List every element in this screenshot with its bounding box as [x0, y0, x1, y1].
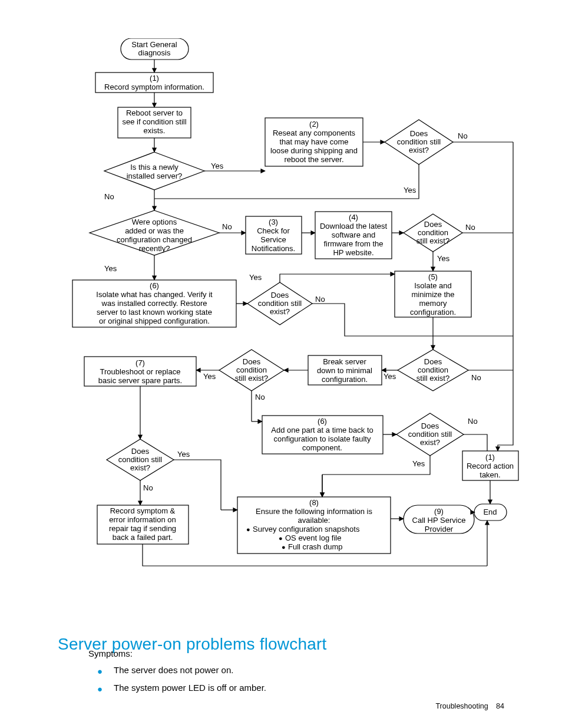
node-2-l1: Reseat any components: [273, 129, 356, 137]
node-condc-l3: exist?: [270, 307, 290, 316]
node-2-l2: that may have come: [279, 137, 348, 146]
node-4-l3: firmware from the: [323, 239, 383, 248]
node-6-num: (6): [150, 281, 159, 290]
node-3-num: (3): [269, 218, 278, 226]
node-8-l1: Ensure the following information is: [256, 507, 372, 516]
label-yes-f: Yes: [412, 459, 425, 468]
node-condg-l3: exist?: [130, 463, 150, 472]
node-condd-l1: Does: [243, 357, 261, 366]
node-2-l3: loose during shipping and: [270, 146, 358, 155]
node-1-text: Record symptom information.: [104, 83, 204, 91]
node-5-num: (5): [428, 272, 438, 281]
node-options-l4: recently?: [139, 244, 170, 253]
node-recordtag-l3: repair tag if sending: [109, 524, 176, 533]
page-footer: Troubleshooting 84: [435, 702, 504, 710]
node-5-l1: Isolate and: [414, 281, 452, 290]
node-condf-l2: condition still: [408, 430, 452, 439]
node-6b-l2: configuration to isolate faulty: [274, 434, 371, 443]
node-3-l2: Service: [260, 235, 286, 244]
node-conda-l3: exist?: [409, 146, 429, 154]
label-yes-options: Yes: [104, 264, 117, 273]
node-end: End: [483, 508, 497, 516]
node-break-l2: down to minimal: [317, 366, 372, 375]
node-break-l1: Break server: [323, 357, 366, 366]
node-6-l3: server to last known working state: [97, 308, 212, 317]
node-7-l2: basic server spare parts.: [98, 376, 182, 385]
footer-page-number: 84: [496, 702, 504, 710]
node-6-l2: was installed correctly. Restore: [101, 299, 207, 308]
bullet-icon: ●: [97, 666, 114, 676]
node-options-l1: Were options: [132, 218, 177, 226]
label-no-e: No: [471, 373, 481, 382]
node-2-l4: reboot the server.: [284, 155, 343, 164]
node-newly-l1: Is this a newly: [130, 163, 178, 172]
node-condb-l1: Does: [424, 220, 442, 229]
bullet-text: The server does not power on.: [114, 665, 233, 675]
label-yes-g: Yes: [177, 450, 190, 459]
node-8-l2: available:: [298, 516, 330, 525]
symptoms-label: Symptoms:: [88, 648, 133, 658]
label-yes-1: Yes: [211, 162, 224, 170]
node-1b-num: (1): [485, 453, 495, 462]
node-condc-l2: condition still: [258, 299, 302, 308]
node-4-l1: Download the latest: [320, 222, 388, 230]
node-condg-l2: condition still: [118, 455, 163, 464]
label-yes-a: Yes: [404, 186, 416, 195]
node-1b-l2: taken.: [480, 470, 500, 479]
node-6b-num: (6): [318, 417, 327, 426]
node-9-num: (9): [434, 507, 444, 516]
node-7-num: (7): [135, 358, 145, 367]
node-start-l1: Start General: [131, 40, 177, 49]
node-6-l4: or original shipped configuration.: [99, 317, 210, 325]
label-no-c: No: [315, 295, 325, 304]
node-condc-l1: Does: [271, 291, 289, 299]
node-1-num: (1): [150, 74, 159, 83]
footer-section: Troubleshooting: [435, 702, 488, 710]
node-conda-l1: Does: [410, 129, 428, 138]
node-4-num: (4): [349, 213, 358, 222]
label-no-d: No: [255, 393, 265, 401]
node-4-l2: software and: [332, 230, 375, 239]
node-condb-l3: still exist?: [416, 236, 449, 245]
label-yes-b: Yes: [437, 254, 450, 263]
bullet-text: The system power LED is off or amber.: [114, 683, 266, 693]
flowchart-svg: .box { fill:#fff; stroke:#000; stroke-wi…: [68, 38, 520, 610]
label-no-options: No: [222, 222, 232, 231]
node-5-l4: configuration.: [410, 308, 456, 317]
page: .box { fill:#fff; stroke:#000; stroke-wi…: [0, 0, 562, 728]
node-condb-l2: condition: [418, 228, 448, 237]
bullet-item-2: ●The system power LED is off or amber.: [97, 683, 266, 694]
label-no-g: No: [143, 483, 153, 492]
node-condg-l1: Does: [131, 447, 150, 456]
label-no-1: No: [104, 192, 114, 201]
node-4-l4: HP website.: [333, 248, 373, 257]
node-8-b1: Survey configuration snapshots: [253, 525, 360, 533]
node-5-l2: minimize the: [412, 290, 455, 299]
node-6b-l1: Add one part at a time back to: [271, 426, 373, 434]
bullet-icon: ●: [279, 535, 283, 542]
node-conde-l1: Does: [424, 357, 442, 366]
node-6b-l3: component.: [302, 443, 342, 452]
node-8-b3: Full crash dump: [288, 542, 342, 551]
node-condf-l3: exist?: [420, 438, 440, 447]
label-yes-d: Yes: [203, 372, 216, 381]
node-reboot-l3: exists.: [144, 126, 166, 135]
node-options-l2: added or was the: [125, 226, 184, 235]
node-2-num: (2): [309, 120, 319, 129]
node-8-num: (8): [309, 498, 319, 507]
general-diagnosis-flowchart: .box { fill:#fff; stroke:#000; stroke-wi…: [68, 38, 520, 610]
node-9-l1: Call HP Service: [412, 516, 466, 525]
label-yes-e: Yes: [384, 372, 396, 381]
node-5-l3: memory: [419, 299, 447, 308]
label-no-f: No: [468, 417, 478, 426]
node-conde-l3: still exist?: [416, 374, 449, 383]
node-recordtag-l4: back a failed part.: [113, 533, 173, 542]
node-conde-l2: condition: [418, 365, 448, 374]
node-conda-l2: condition still: [397, 137, 441, 146]
bullet-icon: ●: [246, 526, 250, 533]
node-3-l3: Notifications.: [252, 244, 295, 253]
node-9-l2: Provider: [425, 525, 454, 533]
bullet-icon: ●: [282, 543, 286, 551]
node-start-l2: diagnosis: [138, 48, 171, 57]
node-7-l1: Troubleshoot or replace: [100, 367, 181, 376]
